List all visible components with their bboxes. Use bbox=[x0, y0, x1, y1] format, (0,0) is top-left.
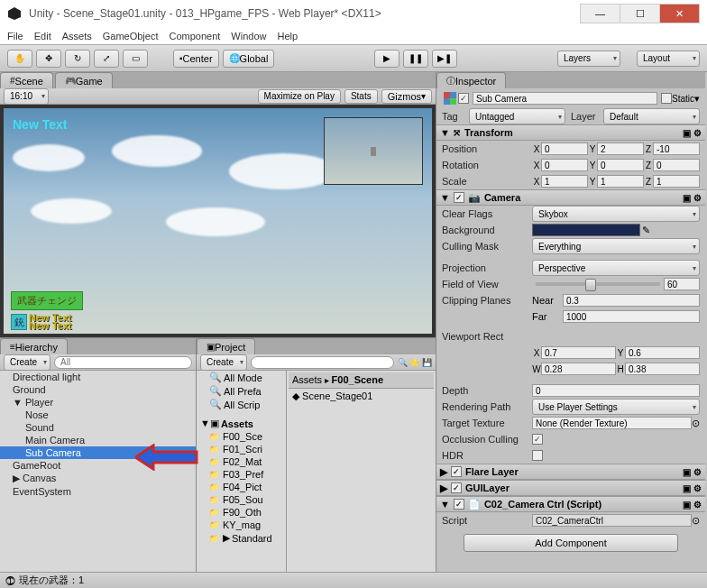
play-button[interactable]: ▶ bbox=[374, 50, 399, 68]
maximize-on-play[interactable]: Maximize on Play bbox=[258, 89, 341, 104]
hierarchy-create[interactable]: Create bbox=[4, 354, 50, 371]
menu-help[interactable]: Help bbox=[277, 31, 298, 41]
static-checkbox[interactable] bbox=[661, 93, 672, 104]
tab-hierarchy[interactable]: ≡ Hierarchy bbox=[0, 338, 68, 354]
maximize-button[interactable]: ☐ bbox=[620, 4, 660, 23]
tab-inspector[interactable]: ⓘ Inspector bbox=[436, 72, 506, 88]
gameobject-icon bbox=[442, 90, 458, 106]
step-button[interactable]: ▶❚ bbox=[432, 50, 457, 68]
weapon-info-badge: 銃 New TextNew Text bbox=[11, 314, 71, 330]
hierarchy-item[interactable]: Ground bbox=[0, 383, 196, 396]
weapon-icon: 銃 bbox=[11, 314, 27, 330]
transform-header[interactable]: ▼ ⤧ Transform▣ ⚙ bbox=[436, 124, 705, 141]
scl-y[interactable] bbox=[597, 175, 644, 188]
pivot-global-button[interactable]: 🌐 Global bbox=[223, 50, 275, 68]
projection-dropdown[interactable]: Perspective bbox=[532, 260, 700, 276]
depth-field[interactable] bbox=[532, 384, 700, 397]
gear-icon[interactable]: ▣ ⚙ bbox=[683, 128, 702, 138]
script-field[interactable] bbox=[532, 514, 692, 527]
guilayer-header[interactable]: ▶ GUILayer▣ ⚙ bbox=[436, 480, 705, 496]
gear-icon[interactable]: ▣ ⚙ bbox=[683, 483, 702, 493]
object-name-field[interactable] bbox=[473, 92, 657, 105]
hdr-checkbox[interactable] bbox=[532, 450, 543, 461]
project-panel: ▣ Project Create 🔍 ⭐ 💾 🔍All Mode 🔍All Pr… bbox=[197, 338, 436, 588]
breadcrumb[interactable]: Assets ▸ F00_Scene bbox=[289, 372, 434, 389]
tab-scene[interactable]: # Scene bbox=[0, 72, 53, 88]
fov-slider[interactable] bbox=[536, 282, 660, 286]
aspect-dropdown[interactable]: 16:10 bbox=[4, 88, 49, 105]
layout-dropdown[interactable]: Layout bbox=[637, 51, 700, 67]
menu-edit[interactable]: Edit bbox=[34, 31, 51, 41]
project-search[interactable] bbox=[251, 356, 394, 369]
gear-icon[interactable]: ▣ ⚙ bbox=[683, 467, 702, 477]
far-field[interactable] bbox=[563, 310, 700, 323]
pause-button[interactable]: ❚❚ bbox=[403, 50, 428, 68]
project-tree[interactable]: 🔍All Mode 🔍All Prefa 🔍All Scrip ▼▣ Asset… bbox=[197, 371, 287, 586]
search-icon: 🔍 ⭐ 💾 bbox=[398, 358, 432, 367]
hierarchy-list[interactable]: Directional light Ground ▼ Player Nose S… bbox=[0, 371, 196, 588]
game-toolbar: 16:10 Maximize on Play Stats Gizmos ▾ bbox=[0, 88, 436, 105]
cullingmask-dropdown[interactable]: Everything bbox=[532, 238, 700, 254]
hierarchy-item[interactable]: EventSystem bbox=[0, 485, 196, 498]
hierarchy-item[interactable]: Sound bbox=[0, 421, 196, 434]
scale-tool[interactable]: ⤢ bbox=[94, 50, 119, 68]
scl-x[interactable] bbox=[541, 175, 588, 188]
gear-icon[interactable]: ▣ ⚙ bbox=[683, 193, 702, 203]
svg-marker-4 bbox=[135, 446, 197, 469]
hierarchy-item[interactable]: ▶ Canvas bbox=[0, 472, 196, 485]
gizmos-button[interactable]: Gizmos ▾ bbox=[381, 89, 432, 104]
hand-tool[interactable]: ✋ bbox=[7, 50, 32, 68]
renderpath-dropdown[interactable]: Use Player Settings bbox=[532, 399, 700, 415]
menu-file[interactable]: File bbox=[7, 31, 23, 41]
tab-game[interactable]: 🎮 Game bbox=[55, 72, 113, 88]
gear-icon[interactable]: ▣ ⚙ bbox=[683, 500, 702, 510]
pos-y[interactable] bbox=[597, 142, 644, 155]
rot-x[interactable] bbox=[541, 159, 588, 171]
targettex-field[interactable] bbox=[532, 417, 692, 429]
move-tool[interactable]: ✥ bbox=[36, 50, 61, 68]
tab-project[interactable]: ▣ Project bbox=[197, 338, 255, 354]
minimize-button[interactable]: — bbox=[580, 4, 620, 23]
background-color[interactable] bbox=[532, 224, 640, 236]
pivot-center-button[interactable]: ▪ Center bbox=[173, 50, 219, 68]
clearflags-dropdown[interactable]: Skybox bbox=[532, 206, 700, 222]
hierarchy-item[interactable]: ▼ Player bbox=[0, 396, 196, 409]
stats-button[interactable]: Stats bbox=[344, 89, 378, 104]
add-component-button[interactable]: Add Component bbox=[464, 534, 678, 552]
menu-gameobject[interactable]: GameObject bbox=[103, 31, 159, 41]
hierarchy-item[interactable]: Directional light bbox=[0, 371, 196, 383]
near-field[interactable] bbox=[563, 294, 700, 307]
vp-y[interactable] bbox=[625, 346, 700, 359]
project-create[interactable]: Create bbox=[200, 354, 247, 371]
vp-w[interactable] bbox=[541, 363, 616, 375]
menu-window[interactable]: Window bbox=[231, 31, 266, 41]
scl-z[interactable] bbox=[653, 175, 700, 188]
close-button[interactable]: ✕ bbox=[659, 4, 700, 23]
active-checkbox[interactable] bbox=[458, 93, 469, 104]
inspector-panel: Static ▾ Tag Untagged Layer Default ▼ ⤧ … bbox=[436, 88, 705, 588]
vp-x[interactable] bbox=[541, 346, 616, 359]
rot-z[interactable] bbox=[653, 159, 700, 171]
pos-x[interactable] bbox=[541, 142, 588, 155]
layer-dropdown[interactable]: Default bbox=[603, 108, 700, 124]
pos-z[interactable] bbox=[653, 142, 700, 155]
svg-rect-3 bbox=[450, 98, 456, 105]
rot-y[interactable] bbox=[597, 159, 644, 171]
hierarchy-search[interactable] bbox=[54, 356, 192, 369]
camera-header[interactable]: ▼ 📷 Camera▣ ⚙ bbox=[436, 189, 705, 206]
script-header[interactable]: ▼ 📄 C02_Camera Ctrl (Script)▣ ⚙ bbox=[436, 496, 705, 512]
rotate-tool[interactable]: ↻ bbox=[65, 50, 90, 68]
tag-dropdown[interactable]: Untagged bbox=[469, 108, 565, 124]
occlusion-checkbox[interactable] bbox=[532, 434, 543, 445]
menu-component[interactable]: Component bbox=[169, 31, 220, 41]
svg-marker-0 bbox=[8, 7, 21, 20]
menu-assets[interactable]: Assets bbox=[62, 31, 92, 41]
flarelayer-header[interactable]: ▶ Flare Layer▣ ⚙ bbox=[436, 464, 705, 480]
layers-dropdown[interactable]: Layers bbox=[557, 51, 620, 67]
fov-field[interactable] bbox=[664, 278, 700, 290]
titlebar: Unity - Scene_Stage01.unity - 013_HPgame… bbox=[0, 0, 707, 27]
vp-h[interactable] bbox=[625, 363, 700, 375]
rect-tool[interactable]: ▭ bbox=[123, 50, 148, 68]
asset-item[interactable]: ◆ Scene_Stage01 bbox=[289, 389, 434, 404]
hierarchy-item[interactable]: Nose bbox=[0, 409, 196, 421]
